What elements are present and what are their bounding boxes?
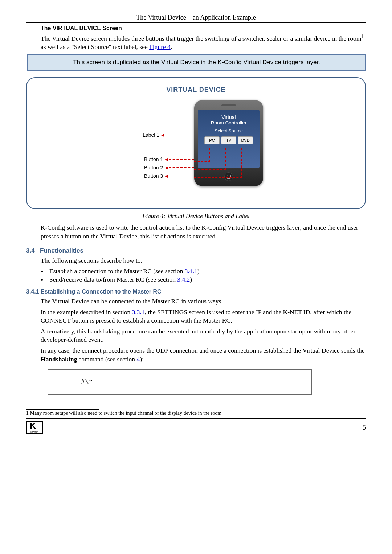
phone-screen: Virtual Room Controller Select Source PC… — [198, 110, 260, 168]
text: ): — [140, 356, 144, 363]
figure-labels: Label 1 ◄ Button 1 ◄ Button 2 ◄ Button 3… — [129, 100, 194, 198]
text: . — [171, 43, 172, 50]
phone-btn-pc[interactable]: PC — [204, 136, 220, 144]
text: The Virtual Device screen includes three… — [41, 35, 361, 42]
text: In the example described in section — [41, 308, 132, 316]
code-box: #\r — [48, 369, 312, 395]
home-icon — [227, 175, 231, 179]
footer-separator — [26, 418, 366, 419]
text: ) — [197, 267, 200, 275]
label-1: Label 1 — [143, 132, 159, 138]
phone-mockup: Virtual Room Controller Select Source PC… — [194, 100, 263, 186]
footnote-separator — [26, 409, 99, 410]
figure-4-frame: VIRTUAL DEVICE Label 1 ◄ Button 1 ◄ Butt… — [26, 77, 366, 209]
phone-app-title-2: Room Controller — [200, 120, 257, 126]
page-number: 5 — [363, 424, 366, 431]
section-3-4-2-link[interactable]: 3.4.2 — [177, 276, 190, 283]
vd-screen-paragraph: The Virtual Device screen includes three… — [41, 33, 366, 52]
list-item: Establish a connection to the Master RC … — [47, 267, 366, 275]
text: as well as a "Select Source" text label,… — [41, 43, 149, 50]
section-3-4-1-heading: 3.4.1 Establishing a Connection to the M… — [26, 288, 366, 295]
section-3-4-heading: 3.4Functionalities — [26, 247, 366, 254]
s341-p4: In any case, the connect procedure opens… — [41, 346, 366, 364]
s341-p3: Alternatively, this handshaking procedur… — [41, 327, 366, 344]
s34-list: Establish a connection to the Master RC … — [47, 267, 366, 283]
section-3-3-1-link[interactable]: 3.3.1 — [132, 308, 145, 316]
arrow-icon: ◄ — [164, 156, 169, 162]
kramer-logo: K KRAMER — [26, 421, 43, 434]
arrow-icon: ◄ — [164, 165, 169, 171]
arrow-icon: ◄ — [164, 173, 169, 179]
phone-select-source: Select Source — [200, 128, 257, 134]
post-figure-paragraph: K-Config software is used to write the c… — [41, 223, 366, 241]
footnote-1: 1 Many room setups will also need to swi… — [26, 410, 366, 416]
s341-p2: In the example described in section 3.3.… — [41, 308, 366, 325]
dash-line — [169, 167, 194, 168]
vd-screen-heading: The VIRTUAL DEVICE Screen — [41, 25, 366, 32]
figure-4-caption: Figure 4: Virtual Device Buttons and Lab… — [26, 213, 366, 220]
phone-btn-tv[interactable]: TV — [221, 136, 236, 144]
phone-home-button[interactable] — [224, 172, 233, 181]
figure-4-link[interactable]: Figure 4 — [149, 43, 171, 50]
text: In any case, the connect procedure opens… — [41, 347, 365, 354]
phone-earpiece — [221, 104, 236, 106]
figure-title: VIRTUAL DEVICE — [33, 86, 359, 94]
section-3-4-1-link[interactable]: 3.4.1 — [185, 267, 197, 275]
section-4-link[interactable]: 4 — [136, 356, 140, 363]
section-number: 3.4 — [26, 247, 40, 254]
handshaking-bold: Handshaking — [41, 356, 77, 363]
text: command (see section — [77, 356, 136, 363]
section-title: Functionalities — [40, 247, 83, 254]
dash-line — [169, 159, 194, 160]
running-header: The Virtual Device – an Application Exam… — [26, 14, 366, 23]
s341-p1: The Virtual Device can be connected to t… — [41, 297, 366, 306]
text: Establish a connection to the Master RC … — [49, 267, 185, 275]
logo-k-icon: K — [30, 421, 36, 431]
note-box: This screen is duplicated as the Virtual… — [27, 54, 366, 71]
dash-line — [165, 135, 194, 135]
button-2-label: Button 2 — [144, 165, 163, 171]
s34-intro: The following sections describe how to: — [41, 257, 366, 265]
dash-line — [169, 176, 194, 176]
text: ) — [190, 276, 192, 283]
arrow-icon: ◄ — [160, 132, 165, 138]
phone-btn-dvd[interactable]: DVD — [238, 136, 253, 144]
list-item: Send/receive data to/from Master RC (see… — [47, 276, 366, 283]
page-footer: K KRAMER 5 — [26, 421, 366, 434]
phone-app-title-1: Virtual — [200, 114, 257, 120]
logo-text: KRAMER — [27, 431, 42, 433]
footnote-ref-1: 1 — [361, 33, 364, 39]
dash-connector — [194, 169, 226, 170]
dash-connector — [194, 177, 242, 178]
button-3-label: Button 3 — [144, 173, 163, 179]
button-1-label: Button 1 — [144, 156, 163, 162]
text: Send/receive data to/from Master RC (see… — [49, 276, 177, 283]
